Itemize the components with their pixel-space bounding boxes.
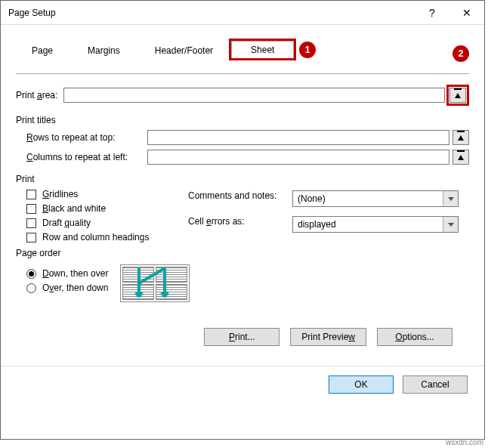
help-button[interactable]: ? (415, 1, 449, 25)
comments-select[interactable]: (None) (292, 190, 459, 207)
gridlines-label: Gridlines (42, 189, 78, 199)
cell-errors-select[interactable]: displayed (292, 216, 459, 233)
print-area-label: Print area: (16, 90, 57, 100)
rows-repeat-label: Rows to repeat at top: (26, 132, 141, 143)
rowcol-headings-label: Row and column headings (42, 232, 149, 243)
collapse-icon (458, 135, 464, 141)
rowcol-headings-checkbox[interactable] (26, 233, 36, 243)
cell-errors-value: displayed (298, 219, 336, 230)
cols-repeat-input[interactable] (147, 150, 449, 165)
page-order-preview (120, 264, 190, 302)
comments-label: Comments and notes: (188, 190, 286, 207)
tab-page[interactable]: Page (14, 40, 70, 60)
rows-repeat-input[interactable] (147, 130, 449, 145)
chevron-down-icon (443, 217, 458, 232)
titlebar: Page Setup ? ✕ (1, 1, 484, 25)
print-button[interactable]: Print... (204, 328, 280, 346)
down-then-over-label: Down, then over (42, 268, 108, 279)
black-white-checkbox[interactable] (26, 204, 36, 214)
cols-repeat-label: Columns to repeat at left: (26, 152, 141, 162)
over-then-down-label: Over, then down (42, 283, 108, 293)
collapse-icon (455, 93, 461, 98)
cancel-button[interactable]: Cancel (403, 375, 468, 394)
ok-button[interactable]: OK (329, 375, 394, 394)
tab-strip: Page Margins Header/Footer Sheet (1, 25, 484, 60)
print-area-collapse-button[interactable] (449, 88, 466, 103)
callout-1: 1 (299, 42, 316, 58)
print-area-input[interactable] (63, 88, 445, 103)
page-order-arrow-icon (133, 267, 172, 300)
gridlines-checkbox[interactable] (26, 190, 36, 199)
close-button[interactable]: ✕ (449, 1, 484, 25)
dialog-footer: OK Cancel (1, 366, 484, 403)
callout-box-collapse (446, 85, 469, 106)
print-titles-group-label: Print titles (16, 115, 469, 125)
comments-value: (None) (298, 193, 326, 204)
print-group-label: Print (16, 174, 469, 184)
page-order-group-label: Page order (16, 248, 469, 258)
callout-box-sheet-tab: Sheet (229, 39, 296, 60)
tab-sheet[interactable]: Sheet (231, 41, 294, 58)
sheet-panel: Print area: Print titles Rows to repeat … (1, 60, 484, 354)
over-then-down-radio[interactable] (26, 283, 36, 293)
options-button[interactable]: Options... (377, 328, 452, 346)
print-preview-button[interactable]: Print Preview (290, 328, 366, 346)
down-then-over-radio[interactable] (26, 269, 36, 279)
callout-2: 2 (452, 45, 469, 62)
window-title: Page Setup (8, 8, 415, 18)
cell-errors-label: Cell errors as: (188, 216, 286, 233)
black-white-label: Black and white (42, 203, 106, 214)
collapse-icon (458, 155, 464, 160)
draft-checkbox[interactable] (26, 218, 36, 228)
rows-repeat-collapse-button[interactable] (452, 130, 469, 145)
tab-margins[interactable]: Margins (70, 40, 137, 60)
tab-header-footer[interactable]: Header/Footer (137, 40, 230, 60)
cols-repeat-collapse-button[interactable] (452, 150, 469, 165)
watermark: wsxdn.com (446, 438, 483, 446)
chevron-down-icon (443, 191, 458, 206)
page-setup-dialog: Page Setup ? ✕ Page Margins Header/Foote… (0, 0, 485, 440)
draft-label: Draft quality (42, 218, 91, 228)
